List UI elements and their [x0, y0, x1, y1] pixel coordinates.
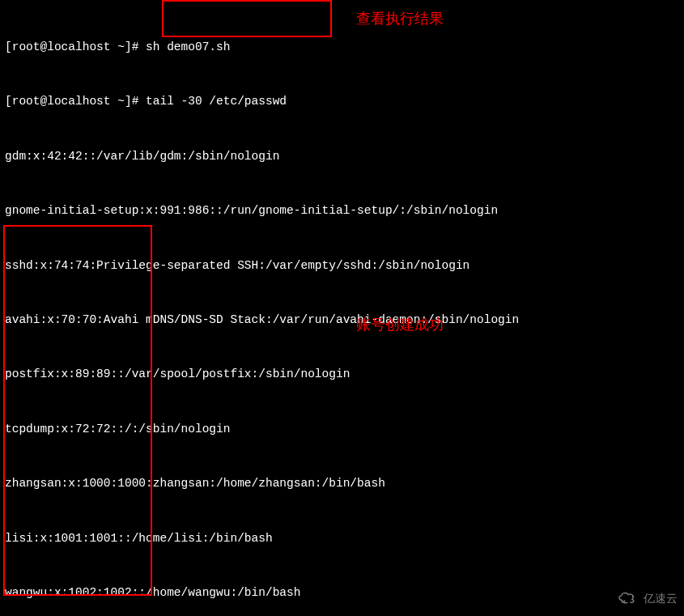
cloud-icon — [616, 589, 639, 610]
output-line: sshd:x:74:74:Privilege-separated SSH:/va… — [5, 257, 679, 274]
watermark: 亿速云 — [616, 589, 678, 610]
command-text: tail -30 /etc/passwd — [146, 95, 287, 108]
output-line: gdm:x:42:42::/var/lib/gdm:/sbin/nologin — [5, 147, 679, 165]
output-line: gnome-initial-setup:x:991:986::/run/gnom… — [5, 202, 679, 219]
output-line: tcpdump:x:72:72::/:/sbin/nologin — [5, 420, 679, 438]
output-line: zhangsan:x:1000:1000:zhangsan:/home/zhan… — [5, 474, 679, 492]
svg-point-0 — [632, 595, 634, 597]
command-text: sh demo07.sh — [146, 40, 230, 53]
output-line: avahi:x:70:70:Avahi mDNS/DNS-SD Stack:/v… — [5, 311, 679, 329]
command-line-2: [root@localhost ~]# tail -30 /etc/passwd — [5, 92, 679, 110]
shell-prompt: [root@localhost ~]# — [5, 40, 146, 53]
annotation-account-success: 账号创建成功 — [356, 314, 444, 337]
annotation-view-result: 查看执行结果 — [356, 8, 444, 31]
output-line: postfix:x:89:89::/var/spool/postfix:/sbi… — [5, 365, 679, 383]
command-line-1: [root@localhost ~]# sh demo07.sh — [5, 38, 679, 56]
watermark-text: 亿速云 — [644, 590, 678, 608]
output-line: wangwu:x:1002:1002::/home/wangwu:/bin/ba… — [5, 584, 679, 601]
shell-prompt: [root@localhost ~]# — [5, 95, 146, 108]
output-line: lisi:x:1001:1001::/home/lisi:/bin/bash — [5, 529, 679, 547]
terminal-output[interactable]: [root@localhost ~]# sh demo07.sh [root@l… — [5, 2, 679, 616]
